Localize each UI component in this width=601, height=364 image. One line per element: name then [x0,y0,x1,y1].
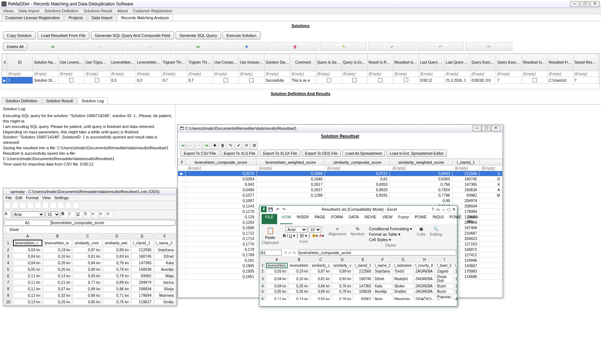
titlebar: ReMaDDer - Records Matching and Data Ded… [0,0,601,8]
tab-records-matching-analysis[interactable]: Records Matching Analysis [117,14,173,21]
load-in-ext.-spreadsheet-editor-button[interactable]: Load In Ext. Spreadsheet Editor [386,150,447,157]
log-label: Solution Log: [3,107,172,111]
nav-delete-icon[interactable]: 🗑 [271,42,318,51]
menu-customer-registration[interactable]: Customer Registration [133,9,172,13]
export-to-ods-file-button[interactable]: Export To ODS File [302,150,341,157]
log-line: I am executing SQL query. Please be pati… [3,124,172,129]
nav-last-icon[interactable]: ⤇ [174,42,221,51]
nav-first-icon[interactable]: ⤆ [29,42,76,51]
copy-solution-button[interactable]: Copy Solution [3,31,36,39]
rs-add-icon[interactable]: ✚ [211,142,218,149]
nav-next-icon[interactable]: → [126,42,173,51]
delete-all-button[interactable]: Delete All [3,43,27,51]
menu-solutions-result[interactable]: Solutions Result [84,9,113,13]
solutions-nav-toolbar: Delete All ⤆ ← → ⤇ ✚ 🗑 ✎ ✔ ↶ ⟳ [0,41,601,52]
rs-nav-first-icon[interactable]: ⤆ [179,142,186,149]
resultset-window: 🗔 C:\Users\zlmatic\Documents\Remadder\da… [177,124,503,166]
resultset-close[interactable]: ✕ [491,125,500,131]
menu-solutions-definition[interactable]: Solutions Definition [45,9,79,13]
gen-sql-button[interactable]: Generate SQL Query [175,31,221,39]
nav-prev-icon[interactable]: ← [77,42,124,51]
menubar: ViewsData ImportSolutions DefinitionSolu… [0,8,601,14]
nav-refresh-icon[interactable]: ⟳ [465,42,512,51]
minimize-button[interactable]: — [570,1,579,7]
solutions-heading: Solutions [0,21,601,30]
tab-data-import[interactable]: Data Import [88,14,116,21]
tab-solution-log[interactable]: Solution Log [78,97,108,104]
close-button[interactable]: ✕ [590,1,600,7]
rs-confirm-icon[interactable]: ✔ [235,142,242,149]
tab-projects[interactable]: Projects [64,14,87,21]
log-line: Solution: "Solution 1680714246", Solutio… [3,134,172,145]
log-line: Saving the resultset into a file: C:\Use… [3,145,172,151]
rs-nav-next-icon[interactable]: → [195,142,202,149]
solutions-toolbar: Copy Solution Load Resultset From File G… [0,30,601,41]
load-as-spreadsheet-button[interactable]: Load As Spreadsheet [342,150,385,157]
nav-cancel-icon[interactable]: ↶ [417,42,464,51]
export-to-xls-file-button[interactable]: Export To XLS File [221,150,259,157]
main-tabs: Customer License RegistrationProjectsDat… [0,14,601,21]
app-icon [1,1,7,7]
execute-solution-button[interactable]: Execute Solution [223,31,261,39]
rs-del-icon[interactable]: 🗑 [219,142,226,149]
resultset-maximize[interactable]: ▢ [482,125,491,131]
maximize-button[interactable]: ▢ [580,1,589,7]
nav-add-icon[interactable]: ✚ [223,42,270,51]
rs-settings-icon[interactable]: ⚙ [251,142,258,149]
gen-sql-composite-button[interactable]: Generate SQL Query And Composite Field [91,31,174,39]
log-line: Executing SQL query for the solution: "S… [3,113,172,124]
menu-views[interactable]: Views [3,9,13,13]
export-to-csv-file-button[interactable]: Export To CSV File [181,150,219,157]
resultset-grid[interactable]: ⇕levenshtein_composite_scorelevenshtein_… [178,159,503,166]
resultset-heading: Solution Resultset [178,132,503,140]
log-line: Depending on input parameters, this migh… [3,129,172,135]
nav-edit-icon[interactable]: ✎ [320,42,367,51]
definition-results-heading: Solution Definition And Results [0,90,601,97]
export-to-xlsx-file-button[interactable]: Export To XLSX File [260,150,300,157]
menu-about[interactable]: About [117,9,128,13]
resultset-path: C:\Users\zlmatic\Documents\Remadder\data… [185,126,472,130]
app-title: ReMaDDer - Records Matching and Data Ded… [8,1,570,7]
nav-confirm-icon[interactable]: ✔ [368,42,415,51]
resultset-icon: 🗔 [180,126,184,130]
rs-nav-prev-icon[interactable]: ← [187,142,194,149]
resultset-minimize[interactable]: — [472,125,482,131]
tab-customer-license-registration[interactable]: Customer License Registration [1,14,64,21]
rs-nav-last-icon[interactable]: ⤇ [203,142,210,149]
tab-solution-definition[interactable]: Solution Definition [1,97,42,104]
lower-tabs: Solution DefinitionSolution ResultSoluti… [0,97,601,104]
menu-data-import[interactable]: Data Import [18,9,39,13]
log-line: Time used for importing data from CSV fi… [3,162,172,166]
rs-edit-icon[interactable]: ✎ [227,142,234,149]
log-line: Resultset is successfully saved into a f… [3,151,172,162]
solutions-grid[interactable]: ⇕IDSolution NameUse Levenshtein Distance… [1,53,600,89]
solution-log-panel: Solution Log: Executing SQL query for th… [0,104,175,166]
rs-refresh-icon[interactable]: ⟳ [243,142,250,149]
tab-solution-result[interactable]: Solution Result [42,97,77,104]
load-resultset-button[interactable]: Load Resultset From File [37,31,90,39]
